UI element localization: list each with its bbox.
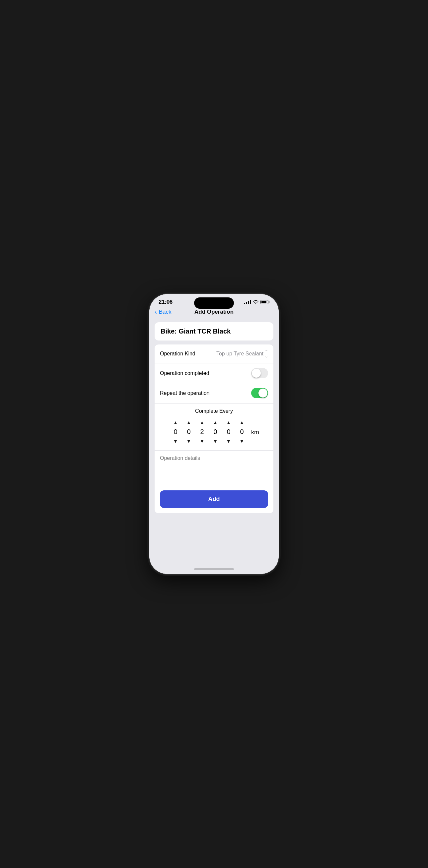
form-card: Operation Kind Top up Tyre Sealant ⌃⌄ Op… [154, 344, 274, 513]
add-button[interactable]: Add [160, 490, 268, 508]
repeat-label: Repeat the operation [160, 390, 209, 396]
digit-1-value: 0 [185, 427, 193, 437]
toggle-thumb-repeat [258, 389, 267, 398]
digit-5-down[interactable]: ▼ [239, 437, 244, 445]
signal-icon [244, 300, 251, 304]
digit-col-2: ▲ 2 ▼ [195, 418, 209, 445]
back-chevron-icon: ‹ [154, 308, 157, 316]
digit-2-up[interactable]: ▲ [200, 418, 204, 427]
repeat-row: Repeat the operation [154, 383, 274, 403]
home-indicator [149, 566, 279, 574]
digit-1-up[interactable]: ▲ [187, 418, 191, 427]
dynamic-island [194, 298, 234, 309]
operation-completed-toggle[interactable] [251, 368, 268, 378]
digit-0-down[interactable]: ▼ [173, 437, 178, 445]
wifi-icon [253, 300, 258, 304]
repeat-toggle[interactable] [251, 388, 268, 398]
nav-title: Add Operation [194, 309, 234, 315]
status-icons [244, 300, 269, 304]
digit-1-down[interactable]: ▼ [187, 437, 191, 445]
digit-0-up[interactable]: ▲ [173, 418, 178, 427]
battery-icon [260, 300, 269, 304]
details-section [154, 450, 274, 485]
add-button-container: Add [154, 485, 274, 513]
operation-completed-row: Operation completed [154, 363, 274, 383]
digit-4-value: 0 [225, 427, 233, 437]
phone-frame: 21:06 [149, 294, 279, 574]
operation-kind-label: Operation Kind [160, 351, 195, 357]
status-time: 21:06 [159, 299, 173, 305]
digit-col-1: ▲ 0 ▼ [182, 418, 195, 445]
unit-label: km [251, 428, 259, 436]
operation-kind-row[interactable]: Operation Kind Top up Tyre Sealant ⌃⌄ [154, 344, 274, 363]
digit-col-5: ▲ 0 ▼ [235, 418, 249, 445]
digit-4-down[interactable]: ▼ [226, 437, 231, 445]
bike-title: Bike: Giant TCR Black [161, 328, 231, 335]
status-bar: 21:06 [149, 294, 279, 307]
digit-col-4: ▲ 0 ▼ [222, 418, 235, 445]
digit-3-down[interactable]: ▼ [213, 437, 218, 445]
digit-2-value: 2 [198, 427, 206, 437]
toggle-thumb [252, 369, 261, 378]
digit-col-3: ▲ 0 ▼ [209, 418, 222, 445]
operation-completed-label: Operation completed [160, 370, 209, 376]
scroll-content: Bike: Giant TCR Black Operation Kind Top… [149, 320, 279, 566]
screen: 21:06 [149, 294, 279, 574]
digit-0-value: 0 [172, 427, 179, 437]
bike-card: Bike: Giant TCR Black [154, 322, 274, 341]
back-button[interactable]: ‹ Back [154, 308, 171, 316]
complete-every-title: Complete Every [160, 408, 268, 414]
home-bar [194, 568, 234, 570]
number-picker: ▲ 0 ▼ ▲ 0 ▼ ▲ 2 ▼ [160, 418, 268, 445]
chevron-updown-icon: ⌃⌄ [265, 349, 268, 359]
digit-4-up[interactable]: ▲ [226, 418, 231, 427]
complete-every-section: Complete Every ▲ 0 ▼ ▲ 0 ▼ [154, 403, 274, 450]
operation-kind-value[interactable]: Top up Tyre Sealant ⌃⌄ [216, 349, 268, 359]
digit-col-0: ▲ 0 ▼ [169, 418, 182, 445]
digit-3-value: 0 [211, 427, 219, 437]
back-label: Back [159, 309, 172, 315]
digit-2-down[interactable]: ▼ [200, 437, 204, 445]
digit-5-value: 0 [238, 427, 246, 437]
operation-details-input[interactable] [154, 451, 274, 484]
digit-3-up[interactable]: ▲ [213, 418, 218, 427]
digit-5-up[interactable]: ▲ [239, 418, 244, 427]
